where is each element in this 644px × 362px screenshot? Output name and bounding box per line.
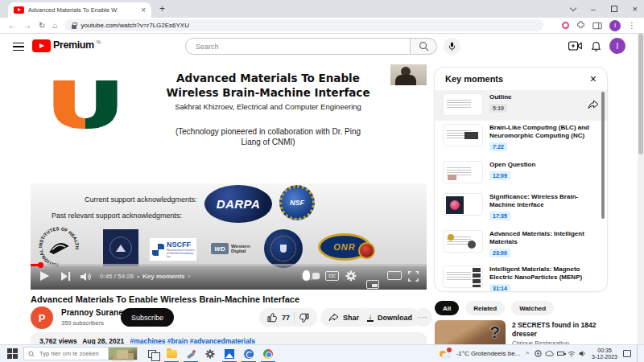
related-video-title[interactable]: 2 SECRETS found in 1842 dresser	[512, 321, 609, 339]
chapter-label[interactable]: Key moments	[142, 273, 184, 280]
fullscreen-button[interactable]	[408, 271, 419, 282]
channel-name[interactable]: Prannoy Suraneni	[61, 308, 130, 317]
extensions-puzzle-icon[interactable]	[576, 21, 585, 30]
file-explorer-button[interactable]	[162, 345, 181, 362]
task-view-button[interactable]	[142, 345, 162, 362]
close-button[interactable]: ×	[633, 4, 638, 14]
afosr-seal	[264, 229, 303, 268]
settings-gear-icon[interactable]	[345, 270, 357, 282]
chapter-chevron-icon[interactable]: ›	[188, 273, 191, 280]
paint-app-button[interactable]	[181, 345, 200, 362]
wifi-icon[interactable]	[568, 351, 576, 357]
weather-icon[interactable]	[440, 349, 451, 359]
progress-scrubber[interactable]	[38, 262, 43, 268]
filter-chip-watched[interactable]: Watched	[511, 301, 554, 315]
key-moment-timestamp[interactable]: 31:14	[489, 284, 510, 291]
photos-app-button[interactable]	[220, 345, 239, 362]
start-button[interactable]	[7, 348, 18, 359]
key-moment-label: Significance: Wireless Brain-Machine Int…	[489, 193, 599, 209]
volume-tray-icon[interactable]	[579, 350, 586, 357]
home-icon[interactable]: ⌂	[52, 21, 57, 30]
notifications-bell-icon[interactable]	[591, 41, 601, 52]
play-button[interactable]	[40, 271, 49, 281]
blue-circle-app-button[interactable]	[239, 345, 258, 362]
autoplay-toggle[interactable]	[301, 271, 320, 280]
settings-button[interactable]	[200, 345, 220, 362]
create-video-icon[interactable]	[568, 41, 582, 51]
key-moment-timestamp[interactable]: 12:09	[489, 171, 510, 180]
key-moments-scrollbar[interactable]	[601, 92, 605, 219]
new-tab-button[interactable]: +	[159, 3, 165, 14]
taskbar-search-box[interactable]	[23, 347, 109, 360]
more-actions-button[interactable]: ···	[414, 308, 432, 327]
filter-chip-related[interactable]: Related	[465, 301, 505, 315]
tray-update-icon[interactable]	[535, 350, 542, 357]
youtube-account-avatar[interactable]: I	[609, 38, 625, 54]
maximize-button[interactable]	[611, 6, 617, 12]
key-moment-timestamp[interactable]: 5:19	[489, 104, 507, 113]
like-count[interactable]: 77	[282, 314, 290, 322]
tab-search-icon[interactable]	[570, 4, 576, 10]
battery-icon[interactable]	[557, 352, 564, 356]
key-moment-row[interactable]: Open Question 12:09	[435, 158, 607, 190]
taskbar-clock[interactable]: 00:35 3-12-2023	[592, 348, 617, 360]
show-desktop-button[interactable]	[637, 345, 639, 362]
key-moment-row[interactable]: Brain-Like Computing (BLC) and Neuromorp…	[435, 121, 607, 158]
browser-tab[interactable]: Advanced Materials To Enable W ×	[8, 2, 151, 18]
miniplayer-button[interactable]	[366, 280, 379, 289]
university-miami-logo	[47, 79, 124, 132]
key-moment-timestamp[interactable]: 23:00	[489, 249, 510, 257]
tab-close-icon[interactable]: ×	[141, 6, 146, 14]
minimize-button[interactable]: –	[591, 5, 596, 14]
onedrive-cloud-icon[interactable]	[545, 351, 554, 356]
photos-icon	[225, 349, 234, 359]
page-scrollbar[interactable]	[638, 34, 644, 344]
browser-profile-avatar[interactable]: I	[609, 20, 621, 31]
youtube-logo[interactable]: Premium NL	[32, 39, 101, 52]
browser-menu-icon[interactable]: ⋮	[628, 21, 636, 30]
page-scrollbar-thumb[interactable]	[638, 34, 643, 154]
address-bar: ← → ↻ ⌂ youtube.com/watch?v=r7LG2Es6YXU …	[0, 18, 644, 34]
key-moments-close-icon[interactable]: ×	[590, 73, 597, 84]
forward-icon[interactable]: →	[23, 21, 31, 30]
search-button[interactable]	[411, 38, 437, 55]
taskbar-search-input[interactable]	[38, 349, 102, 358]
key-moment-timestamp[interactable]: 17:35	[489, 212, 510, 220]
extension-red-icon[interactable]	[562, 22, 569, 29]
weather-text[interactable]: -1°C Grotendeels be...	[456, 350, 521, 357]
download-button[interactable]: ↓ Download	[359, 308, 420, 327]
action-center-icon[interactable]	[623, 350, 631, 357]
filter-chip-all[interactable]: All	[435, 301, 459, 315]
url-box[interactable]: youtube.com/watch?v=r7LG2Es6YXU	[64, 19, 543, 31]
captions-button[interactable]: CC	[325, 271, 339, 281]
dislike-icon[interactable]	[299, 313, 309, 323]
next-button[interactable]	[61, 272, 71, 281]
lock-icon	[72, 25, 76, 29]
key-moment-row[interactable]: Significance: Wireless Brain-Machine Int…	[435, 190, 607, 227]
progress-bar[interactable]	[31, 264, 427, 266]
key-moment-row[interactable]: Outline 5:19	[435, 90, 607, 121]
key-moment-row[interactable]: Intelligent Materials: Magneto Electric …	[435, 262, 607, 291]
theater-mode-button[interactable]	[387, 271, 402, 280]
sidebar-icon[interactable]	[592, 22, 602, 30]
search-highlight-image[interactable]	[109, 347, 138, 360]
back-icon[interactable]: ←	[8, 21, 16, 30]
reload-icon[interactable]: ↻	[39, 21, 45, 30]
nih-logo: NATIONAL INSTITUTES OF HEALTH	[37, 225, 80, 269]
video-title: Advanced Materials To Enable Wireless Br…	[31, 294, 427, 304]
key-moment-timestamp[interactable]: 7:22	[489, 142, 507, 151]
volume-icon[interactable]	[80, 272, 92, 282]
separator-dot: •	[137, 273, 139, 280]
subscribe-button[interactable]: Subscribe	[121, 308, 174, 327]
like-icon[interactable]	[267, 313, 278, 323]
chrome-button[interactable]	[258, 345, 278, 362]
tray-expand-icon[interactable]: ^	[526, 350, 529, 357]
channel-avatar[interactable]: P	[31, 306, 53, 329]
voice-search-button[interactable]	[444, 38, 460, 55]
video-player[interactable]: Advanced Materials To Enable Wireless Br…	[31, 64, 427, 290]
search-input[interactable]	[185, 38, 411, 55]
key-moment-row[interactable]: Advanced Materials: Intelligent Material…	[435, 227, 607, 262]
nsf-logo: NSF	[279, 185, 315, 220]
share-arrow-icon[interactable]	[588, 100, 599, 109]
menu-hamburger-icon[interactable]	[13, 43, 24, 51]
